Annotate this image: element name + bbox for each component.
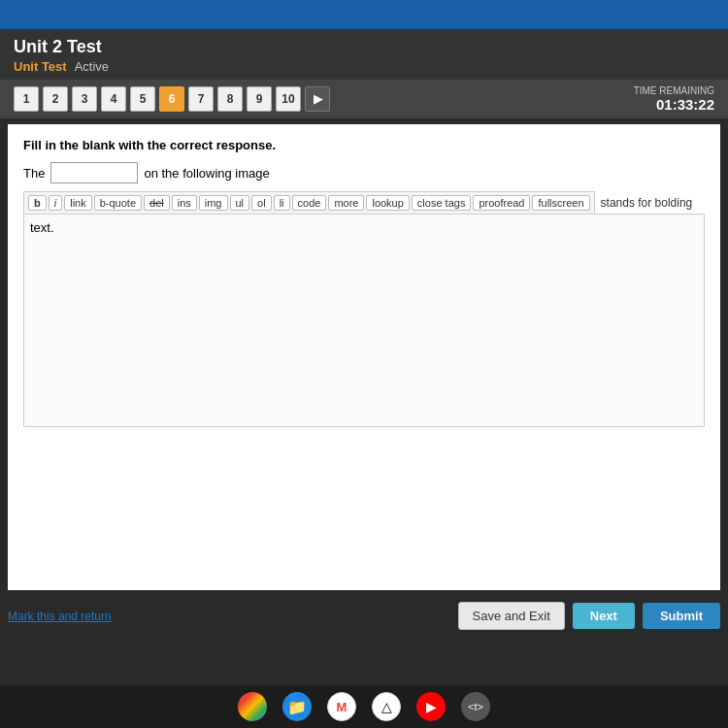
q-btn-6[interactable]: 6 xyxy=(159,86,184,112)
toolbar-italic[interactable]: i xyxy=(49,195,62,211)
action-buttons: Save and Exit Next Submit xyxy=(458,602,720,630)
bottom-actions: Mark this and return Save and Exit Next … xyxy=(0,602,728,630)
next-button[interactable]: Next xyxy=(573,603,635,629)
timer: TIME REMAINING 01:33:22 xyxy=(634,85,714,113)
fill-suffix: on the following image xyxy=(144,166,269,181)
toolbar-ol[interactable]: ol xyxy=(251,195,272,211)
editor-area[interactable]: text. xyxy=(23,214,705,427)
q-btn-4[interactable]: 4 xyxy=(101,86,126,112)
page-title: Unit 2 Test xyxy=(14,37,714,57)
q-btn-8[interactable]: 8 xyxy=(217,86,243,112)
mark-return-link[interactable]: Mark this and return xyxy=(8,610,112,623)
toolbar-li[interactable]: li xyxy=(274,195,290,211)
q-btn-9[interactable]: 9 xyxy=(247,86,272,112)
editor-content: text. xyxy=(30,220,54,235)
timer-value: 01:33:22 xyxy=(634,96,714,113)
youtube-icon[interactable]: ▶ xyxy=(416,692,446,721)
toolbar-ins[interactable]: ins xyxy=(172,195,197,211)
blank-input[interactable] xyxy=(50,162,138,183)
header: Unit 2 Test Unit Test Active xyxy=(0,29,728,80)
unit-test-label: Unit Test xyxy=(14,59,67,74)
toolbar-fullscreen[interactable]: fullscreen xyxy=(532,195,589,211)
submit-button[interactable]: Submit xyxy=(643,603,720,629)
gmail-icon[interactable]: M xyxy=(327,692,356,721)
question-numbers: 1 2 3 4 5 6 7 8 9 10 ▶ xyxy=(14,86,330,112)
toolbar-link[interactable]: link xyxy=(64,195,92,211)
q-btn-7[interactable]: 7 xyxy=(188,86,214,112)
q-btn-1[interactable]: 1 xyxy=(14,86,39,112)
toolbar-bquote[interactable]: b-quote xyxy=(94,195,142,211)
nav-bar: 1 2 3 4 5 6 7 8 9 10 ▶ TIME REMAINING 01… xyxy=(0,80,728,118)
fill-blank-row: The on the following image xyxy=(23,162,705,183)
toolbar-proofread[interactable]: proofread xyxy=(473,195,530,211)
q-btn-2[interactable]: 2 xyxy=(43,86,68,112)
drive-icon[interactable]: △ xyxy=(372,692,401,721)
chrome-icon[interactable] xyxy=(238,692,267,721)
stands-for-text: stands for bolding xyxy=(601,196,693,210)
question-instruction: Fill in the blank with the correct respo… xyxy=(23,138,705,152)
top-bar xyxy=(0,0,728,29)
toolbar-del[interactable]: del xyxy=(144,195,170,211)
toolbar-img[interactable]: img xyxy=(199,195,228,211)
main-content: Fill in the blank with the correct respo… xyxy=(8,124,720,590)
q-btn-10[interactable]: 10 xyxy=(276,86,301,112)
code-icon[interactable]: <t> xyxy=(461,692,490,721)
q-btn-5[interactable]: 5 xyxy=(130,86,155,112)
editor-toolbar: b i link b-quote del ins img ul ol li co… xyxy=(23,191,595,214)
next-arrow-btn[interactable]: ▶ xyxy=(305,86,330,112)
toolbar-bold[interactable]: b xyxy=(28,195,47,211)
toolbar-lookup[interactable]: lookup xyxy=(366,195,409,211)
files-icon[interactable]: 📁 xyxy=(282,692,312,721)
toolbar-row: b i link b-quote del ins img ul ol li co… xyxy=(23,191,705,214)
toolbar-more[interactable]: more xyxy=(328,195,364,211)
taskbar: 📁 M △ ▶ <t> xyxy=(0,685,728,728)
q-btn-3[interactable]: 3 xyxy=(72,86,97,112)
toolbar-close-tags[interactable]: close tags xyxy=(412,195,472,211)
timer-label: TIME REMAINING xyxy=(634,85,714,96)
toolbar-code[interactable]: code xyxy=(292,195,327,211)
toolbar-ul[interactable]: ul xyxy=(230,195,250,211)
active-status: Active xyxy=(75,59,109,74)
fill-prefix: The xyxy=(23,166,45,181)
save-exit-button[interactable]: Save and Exit xyxy=(458,602,565,630)
